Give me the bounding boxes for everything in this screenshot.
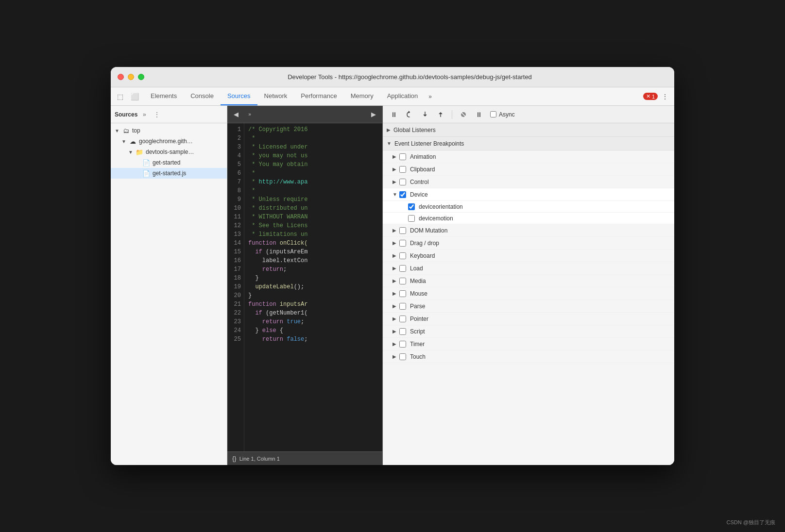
bp-timer-checkbox[interactable]: [399, 341, 406, 348]
bp-media[interactable]: ▶ Media: [383, 275, 674, 287]
tree-label-devtools: devtools-sample…: [146, 149, 194, 155]
bp-control-arrow: ▶: [392, 179, 399, 184]
tree-item-devtools[interactable]: ▼ 📁 devtools-sample…: [111, 147, 227, 157]
bp-devicemotion-checkbox[interactable]: [408, 215, 415, 222]
tab-network[interactable]: Network: [257, 87, 294, 105]
editor-footer: {} Line 1, Column 1: [227, 451, 382, 465]
async-checkbox[interactable]: [490, 111, 496, 117]
bp-timer[interactable]: ▶ Timer: [383, 338, 674, 350]
bp-script-checkbox[interactable]: [399, 328, 406, 335]
tree-label-top: top: [132, 127, 140, 134]
bp-pointer[interactable]: ▶ Pointer: [383, 313, 674, 325]
global-listeners-arrow: ▶: [387, 127, 391, 133]
settings-icon[interactable]: ⋮: [660, 91, 670, 102]
tree-item-getstarted[interactable]: 📄 get-started: [111, 157, 227, 168]
bp-mouse[interactable]: ▶ Mouse: [383, 287, 674, 300]
pause-on-exceptions-button[interactable]: ⏸: [473, 108, 485, 121]
panel-menu-button[interactable]: ⋮: [152, 110, 162, 119]
bp-device[interactable]: ▼ Device: [383, 188, 674, 201]
tree-item-top[interactable]: ▼ 🗂 top: [111, 125, 227, 136]
cloud-icon: ☁: [128, 137, 137, 146]
step-over-button[interactable]: [403, 108, 416, 121]
bp-control-label: Control: [410, 179, 429, 185]
step-into-button[interactable]: [419, 108, 431, 121]
bp-load-label: Load: [410, 265, 423, 272]
bp-keyboard-checkbox[interactable]: [399, 252, 406, 259]
js-file-icon: 📄: [142, 169, 151, 178]
tab-application[interactable]: Application: [380, 87, 425, 105]
bp-script-arrow: ▶: [392, 329, 399, 334]
tab-elements[interactable]: Elements: [144, 87, 184, 105]
minimize-button[interactable]: [128, 74, 134, 80]
nav-forward-button[interactable]: ▶: [368, 109, 379, 120]
bp-animation-checkbox[interactable]: [399, 153, 406, 160]
tabs-more-button[interactable]: »: [425, 87, 436, 105]
bp-keyboard-arrow: ▶: [392, 253, 399, 258]
bp-clipboard[interactable]: ▶ Clipboard: [383, 163, 674, 176]
code-area: 12345 678910 1112131415 1617181920 21222…: [227, 123, 382, 451]
code-line-7: * http://www.apa: [248, 178, 378, 186]
close-button[interactable]: [118, 74, 124, 80]
async-checkbox-area: Async: [490, 111, 515, 118]
nav-more-button[interactable]: »: [244, 109, 256, 120]
format-icon[interactable]: {}: [232, 455, 237, 462]
global-listeners-header[interactable]: ▶ Global Listeners: [383, 123, 674, 137]
bp-touch-checkbox[interactable]: [399, 353, 406, 360]
bp-deviceorientation[interactable]: deviceorientation: [383, 201, 674, 213]
bp-script[interactable]: ▶ Script: [383, 325, 674, 338]
bp-mouse-label: Mouse: [410, 290, 427, 297]
panel-more-button[interactable]: »: [139, 110, 149, 119]
tree-item-getstarted-js[interactable]: 📄 get-started.js: [111, 168, 227, 179]
event-listener-arrow: ▼: [387, 141, 392, 146]
event-listener-header[interactable]: ▼ Event Listener Breakpoints: [383, 137, 674, 150]
error-badge[interactable]: ✕ 1: [643, 93, 658, 100]
bp-device-checkbox[interactable]: [399, 191, 406, 198]
nav-back-button[interactable]: ◀: [230, 109, 242, 120]
bp-load[interactable]: ▶ Load: [383, 262, 674, 275]
bp-clipboard-checkbox[interactable]: [399, 166, 406, 173]
tab-performance[interactable]: Performance: [294, 87, 343, 105]
tab-right-actions: ✕ 1 ⋮: [643, 87, 670, 105]
bp-parse-arrow: ▶: [392, 303, 399, 309]
bp-parse-checkbox[interactable]: [399, 303, 406, 310]
bp-script-label: Script: [410, 328, 425, 335]
tab-sources[interactable]: Sources: [221, 87, 257, 105]
bp-keyboard[interactable]: ▶ Keyboard: [383, 249, 674, 262]
code-line-24: } else {: [248, 326, 378, 335]
error-count: 1: [652, 94, 655, 100]
inspect-icon[interactable]: ⬚: [115, 91, 125, 102]
bp-drag-drop-checkbox[interactable]: [399, 240, 406, 247]
bp-control-checkbox[interactable]: [399, 179, 406, 185]
bp-media-label: Media: [410, 278, 426, 284]
tab-icon-area: ⬚ ⬜: [115, 87, 140, 105]
bp-dom-mutation-arrow: ▶: [392, 228, 399, 233]
bp-media-checkbox[interactable]: [399, 278, 406, 284]
bp-drag-drop[interactable]: ▶ Drag / drop: [383, 237, 674, 249]
step-out-button[interactable]: [434, 108, 447, 121]
bp-parse[interactable]: ▶ Parse: [383, 300, 674, 313]
tree-arrow-devtools: ▼: [128, 150, 135, 155]
editor-panel: ◀ » ▶ 12345 678910 1112131415 1617181920…: [227, 106, 383, 465]
bp-dom-mutation[interactable]: ▶ DOM Mutation: [383, 224, 674, 237]
bp-devicemotion[interactable]: devicemotion: [383, 213, 674, 224]
tab-memory[interactable]: Memory: [344, 87, 380, 105]
bp-dom-mutation-checkbox[interactable]: [399, 227, 406, 234]
bp-touch[interactable]: ▶ Touch: [383, 350, 674, 363]
bp-deviceorientation-checkbox[interactable]: [408, 203, 415, 210]
bp-pointer-checkbox[interactable]: [399, 316, 406, 322]
pause-button[interactable]: ⏸: [388, 108, 400, 121]
maximize-button[interactable]: [138, 74, 144, 80]
bp-deviceorientation-label: deviceorientation: [419, 203, 463, 210]
bp-load-arrow: ▶: [392, 266, 399, 271]
deactivate-breakpoints-button[interactable]: [457, 108, 470, 121]
code-line-20: }: [248, 291, 378, 300]
tree-item-googlechrome[interactable]: ▼ ☁ googlechrome.gith…: [111, 136, 227, 147]
bp-animation[interactable]: ▶ Animation: [383, 150, 674, 163]
tab-console[interactable]: Console: [184, 87, 221, 105]
bp-load-checkbox[interactable]: [399, 265, 406, 272]
device-icon[interactable]: ⬜: [129, 91, 140, 102]
tree-arrow-top: ▼: [115, 128, 121, 133]
bp-mouse-checkbox[interactable]: [399, 290, 406, 297]
bp-media-arrow: ▶: [392, 278, 399, 283]
bp-control[interactable]: ▶ Control: [383, 176, 674, 188]
